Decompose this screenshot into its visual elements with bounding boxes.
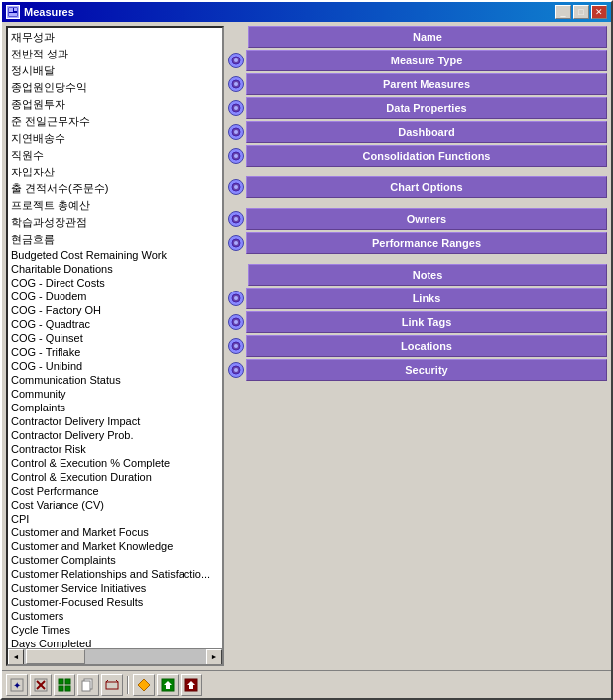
- tb-rect-button[interactable]: [101, 674, 123, 696]
- list-item[interactable]: Customer Complaints: [9, 553, 221, 567]
- list-item[interactable]: Complaints: [9, 401, 221, 414]
- list-item[interactable]: Contractor Risk: [9, 442, 221, 456]
- title-buttons: _ □ ✕: [555, 5, 607, 19]
- property-button[interactable]: Dashboard: [246, 121, 607, 143]
- tb-export-button[interactable]: [181, 674, 202, 696]
- property-button[interactable]: Chart Options: [246, 176, 607, 198]
- property-button[interactable]: Data Properties: [246, 97, 607, 119]
- list-item[interactable]: Customer Service Initiatives: [9, 581, 221, 595]
- scroll-track[interactable]: [24, 649, 206, 664]
- list-item[interactable]: 정시배달: [9, 62, 221, 79]
- property-button[interactable]: Performance Ranges: [246, 232, 607, 254]
- list-item[interactable]: COG - Duodem: [9, 290, 221, 303]
- list-item[interactable]: Cost Variance (CV): [9, 498, 221, 512]
- list-item[interactable]: Contractor Delivery Prob.: [9, 428, 221, 442]
- toolbar-separator-1: [127, 676, 129, 694]
- list-item[interactable]: 종업원투자: [9, 96, 221, 113]
- tb-copy-button[interactable]: [77, 674, 99, 696]
- list-item[interactable]: 지연배송수: [9, 130, 221, 147]
- panel-separator: [228, 256, 607, 262]
- property-row: Notes: [228, 264, 607, 286]
- list-item[interactable]: 준 전일근무자수: [9, 113, 221, 130]
- svg-point-15: [234, 185, 238, 189]
- property-icon: [228, 53, 244, 68]
- property-button[interactable]: Notes: [248, 264, 607, 286]
- list-item[interactable]: Contractor Delivery Impact: [9, 414, 221, 428]
- list-item[interactable]: Customer and Market Knowledge: [9, 539, 221, 553]
- list-item[interactable]: Communication Status: [9, 373, 221, 387]
- property-button[interactable]: Link Tags: [246, 311, 607, 333]
- property-button[interactable]: Measure Type: [246, 50, 607, 71]
- tb-star-button[interactable]: ✦: [6, 674, 28, 696]
- list-item[interactable]: Control & Execution Duration: [9, 470, 221, 484]
- measures-list[interactable]: 재무성과전반적 성과정시배달종업원인당수익종업원투자준 전일근무자수지연배송수직…: [8, 28, 222, 648]
- list-item[interactable]: 종업원인당수익: [9, 79, 221, 96]
- tb-arrow-button[interactable]: [157, 674, 179, 696]
- svg-point-19: [234, 241, 238, 245]
- svg-text:✦: ✦: [13, 680, 21, 691]
- list-item[interactable]: 학습과성장관점: [9, 214, 221, 231]
- list-item[interactable]: COG - Quadtrac: [9, 317, 221, 331]
- list-item[interactable]: COG - Factory OH: [9, 303, 221, 317]
- svg-rect-34: [65, 679, 70, 684]
- list-item[interactable]: Customer and Market Focus: [9, 525, 221, 539]
- property-button[interactable]: Parent Measures: [246, 73, 607, 95]
- list-item[interactable]: Community: [9, 387, 221, 401]
- property-button[interactable]: Links: [246, 288, 607, 309]
- property-button[interactable]: Owners: [246, 208, 607, 230]
- svg-rect-36: [65, 686, 70, 691]
- list-item[interactable]: CPI: [9, 512, 221, 525]
- tb-diamond-button[interactable]: [133, 674, 155, 696]
- svg-rect-1: [9, 8, 13, 12]
- scroll-right-button[interactable]: ►: [206, 649, 222, 665]
- list-item[interactable]: 자입자산: [9, 164, 221, 180]
- tb-x-button[interactable]: [30, 674, 52, 696]
- property-button[interactable]: Consolidation Functions: [246, 145, 607, 167]
- property-icon: [228, 179, 244, 195]
- property-button[interactable]: Name: [248, 26, 607, 48]
- svg-point-21: [234, 296, 238, 300]
- property-icon: [228, 148, 244, 164]
- right-panel: NameMeasure TypeParent MeasuresData Prop…: [228, 26, 607, 666]
- list-item[interactable]: Customer Relationships and Satisfactio..…: [9, 567, 221, 581]
- property-row: Measure Type: [228, 50, 607, 71]
- list-item[interactable]: COG - Unibind: [9, 359, 221, 373]
- property-icon: [228, 76, 244, 92]
- list-item[interactable]: COG - Quinset: [9, 331, 221, 345]
- list-item[interactable]: 직원수: [9, 147, 221, 164]
- tb-grid-button[interactable]: [54, 674, 75, 696]
- list-item[interactable]: Cost Performance: [9, 484, 221, 498]
- list-item[interactable]: Charitable Donations: [9, 262, 221, 276]
- svg-point-11: [234, 130, 238, 134]
- list-item[interactable]: 현금흐름: [9, 231, 221, 248]
- list-item[interactable]: COG - Direct Costs: [9, 276, 221, 290]
- svg-point-9: [234, 106, 238, 110]
- list-item[interactable]: Cycle Times: [9, 623, 221, 637]
- svg-point-13: [234, 154, 238, 158]
- list-item[interactable]: Customers: [9, 609, 221, 623]
- horizontal-scrollbar[interactable]: ◄ ►: [8, 648, 222, 664]
- property-row: Link Tags: [228, 311, 607, 333]
- list-item[interactable]: 재무성과: [9, 29, 221, 46]
- maximize-button[interactable]: □: [573, 5, 589, 19]
- property-button[interactable]: Security: [246, 359, 607, 381]
- list-item[interactable]: 프로젝트 총예산: [9, 197, 221, 214]
- minimize-button[interactable]: _: [555, 5, 571, 19]
- property-icon: [228, 338, 244, 354]
- list-item[interactable]: COG - Triflake: [9, 345, 221, 359]
- list-item[interactable]: Days Completed: [9, 637, 221, 648]
- svg-rect-33: [59, 679, 63, 684]
- scroll-left-button[interactable]: ◄: [8, 649, 24, 665]
- property-button[interactable]: Locations: [246, 335, 607, 357]
- property-row: Links: [228, 288, 607, 309]
- list-item[interactable]: 전반적 성과: [9, 46, 221, 62]
- list-item[interactable]: Control & Execution % Complete: [9, 456, 221, 470]
- property-icon: [228, 362, 244, 378]
- window-title: Measures: [24, 6, 74, 18]
- list-item[interactable]: 출 견적서수(주문수): [9, 180, 221, 197]
- toolbar: ✦: [2, 670, 611, 698]
- list-item[interactable]: Customer-Focused Results: [9, 595, 221, 609]
- list-item[interactable]: Budgeted Cost Remaining Work: [9, 248, 221, 262]
- panel-separator: [228, 169, 607, 175]
- close-button[interactable]: ✕: [591, 5, 607, 19]
